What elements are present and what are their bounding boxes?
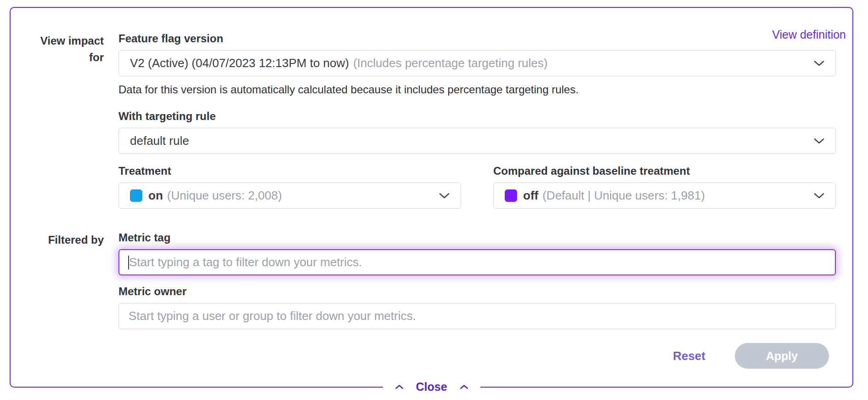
close-toggle[interactable]: Close	[383, 378, 480, 395]
baseline-treatment-field: Compared against baseline treatment off …	[493, 164, 836, 209]
feature-flag-version-label: Feature flag version	[118, 32, 836, 46]
metric-tag-label: Metric tag	[118, 231, 836, 245]
form-actions: Reset Apply	[118, 343, 836, 369]
treatment-value: on	[148, 189, 163, 203]
targeting-rule-select[interactable]: default rule	[118, 128, 836, 154]
treatment-color-swatch	[130, 189, 142, 202]
reset-button[interactable]: Reset	[673, 349, 705, 363]
close-label: Close	[416, 380, 447, 394]
version-helper-text: Data for this version is automatically c…	[118, 83, 836, 97]
feature-flag-version-note: (Includes percentage targeting rules)	[353, 56, 547, 70]
with-targeting-rule-label: With targeting rule	[118, 109, 836, 123]
baseline-treatment-detail: (Default | Unique users: 1,981)	[542, 189, 705, 203]
metric-tag-field	[118, 249, 836, 275]
chevron-down-icon	[806, 138, 824, 144]
baseline-color-swatch	[505, 189, 517, 202]
view-impact-for-section: Feature flag version V2 (Active) (04/07/…	[118, 32, 836, 209]
filtered-by-section: Metric tag Metric owner Reset Apply	[118, 209, 836, 369]
baseline-treatment-select[interactable]: off (Default | Unique users: 1,981)	[493, 183, 836, 209]
treatment-select[interactable]: on (Unique users: 2,008)	[118, 183, 461, 209]
feature-flag-version-value: V2 (Active) (04/07/2023 12:13PM to now)	[130, 56, 349, 70]
baseline-treatment-value: off	[523, 189, 538, 203]
view-definition-link[interactable]: View definition	[772, 28, 846, 41]
metric-owner-field	[118, 303, 836, 329]
targeting-rule-value: default rule	[130, 134, 189, 148]
treatment-detail: (Unique users: 2,008)	[167, 189, 282, 203]
treatment-label: Treatment	[118, 164, 461, 178]
baseline-treatment-label: Compared against baseline treatment	[493, 164, 836, 178]
metric-tag-input[interactable]	[118, 249, 836, 275]
impact-filter-panel: View definition View impact for Feature …	[10, 7, 853, 388]
filter-form: View impact for Feature flag version V2 …	[11, 8, 852, 369]
treatment-field: Treatment on (Unique users: 2,008)	[118, 164, 461, 209]
chevron-down-icon	[432, 193, 450, 199]
chevron-up-icon	[460, 384, 468, 389]
chevron-down-icon	[806, 193, 824, 199]
text-caret	[128, 256, 129, 269]
feature-flag-version-select[interactable]: V2 (Active) (04/07/2023 12:13PM to now) …	[118, 50, 836, 76]
metric-owner-input[interactable]	[118, 303, 836, 329]
chevron-up-icon	[395, 384, 403, 389]
apply-button[interactable]: Apply	[735, 343, 829, 369]
metric-owner-label: Metric owner	[118, 285, 836, 298]
section-label-view-impact-for: View impact for	[37, 32, 104, 209]
section-label-filtered-by: Filtered by	[37, 209, 104, 369]
chevron-down-icon	[806, 60, 824, 67]
